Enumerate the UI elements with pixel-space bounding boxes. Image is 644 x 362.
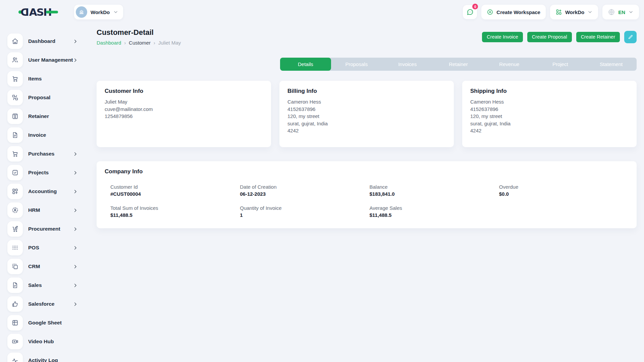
sidebar-item-salesforce[interactable]: Salesforce <box>0 295 87 313</box>
language-code: EN <box>618 9 625 15</box>
chevron-right-icon <box>73 208 78 213</box>
create-retainer-button[interactable]: Create Retainer <box>576 32 620 42</box>
plus-circle-icon <box>487 9 493 15</box>
field-total-sum-of-invoices: Total Sum of Invoices $11,488.5 <box>110 205 240 218</box>
grid-plus-icon <box>7 184 23 199</box>
company-info-card: Company Info Customer Id #CUST00004 Date… <box>97 161 637 228</box>
sidebar-item-label: POS <box>28 245 39 251</box>
sidebar-item-label: Salesforce <box>28 301 54 307</box>
billing-phone: 4152637896 <box>287 106 446 113</box>
breadcrumb-customer[interactable]: Customer <box>129 40 151 46</box>
person-dashed-circle-icon <box>7 202 23 218</box>
chevron-down-icon <box>587 9 593 15</box>
chevron-right-icon <box>73 302 78 307</box>
sidebar-item-label: Activity Log <box>28 357 58 362</box>
shipping-name: Cameron Hess <box>470 98 629 106</box>
billing-info-card: Billing Info Cameron Hess 4152637896 120… <box>279 81 454 147</box>
field-average-sales: Average Sales $11,488.5 <box>370 205 499 218</box>
create-invoice-button[interactable]: Create Invoice <box>482 32 523 42</box>
sidebar-item-dashboard[interactable]: Dashboard <box>0 32 87 51</box>
breadcrumb-separator: › <box>154 40 155 46</box>
sidebar-item-pos[interactable]: POS <box>0 238 87 257</box>
sidebar-item-user-management[interactable]: User Management <box>0 51 87 69</box>
field-label: Total Sum of Invoices <box>110 205 240 211</box>
field-value: 06-12-2023 <box>240 191 369 197</box>
create-proposal-button[interactable]: Create Proposal <box>527 32 572 42</box>
topbar-right-cluster: 0 Create Workspace WorkDo EN <box>463 5 639 19</box>
cart-pencil-icon <box>7 221 23 237</box>
shipping-city: surat, gujrat, India <box>470 120 629 127</box>
sidebar-item-procurement[interactable]: Procurement <box>0 220 87 238</box>
workdo-menu-button[interactable]: WorkDo <box>550 5 598 19</box>
sidebar-item-hrm[interactable]: HRM <box>0 201 87 220</box>
chevron-right-icon <box>73 39 78 44</box>
sidebar-item-google-sheet[interactable]: Google Sheet <box>0 313 87 332</box>
tab-invoices[interactable]: Invoices <box>382 58 433 71</box>
field-value: #CUST00004 <box>110 191 240 197</box>
cart-icon <box>7 71 23 86</box>
sidebar-item-invoice[interactable]: Invoice <box>0 126 87 144</box>
tab-statement[interactable]: Statement <box>586 58 637 71</box>
breadcrumb: Dashboard › Customer › Juliet May <box>97 40 181 46</box>
sidebar-item-projects[interactable]: Projects <box>0 163 87 182</box>
edit-customer-button[interactable] <box>624 31 637 43</box>
create-workspace-button[interactable]: Create Workspace <box>481 5 546 19</box>
title-block: Customer-Detail Dashboard › Customer › J… <box>97 28 181 46</box>
card-title: Shipping Info <box>470 88 629 95</box>
tab-revenue[interactable]: Revenue <box>484 58 535 71</box>
sidebar-item-video-hub[interactable]: Video Hub <box>0 332 87 351</box>
thumbs-up-icon <box>7 296 23 312</box>
sidebar-item-label: Sales <box>28 282 42 288</box>
home-icon <box>7 34 23 49</box>
logo-letter-d: D <box>21 6 29 18</box>
chevron-down-icon <box>628 9 634 15</box>
table-icon <box>7 315 23 330</box>
language-selector[interactable]: EN <box>602 5 639 19</box>
sidebar-item-retainer[interactable]: Retainer <box>0 107 87 126</box>
sidebar-item-label: Video Hub <box>28 339 54 345</box>
field-value: $183,841.0 <box>370 191 499 197</box>
globe-icon <box>608 8 615 16</box>
billing-city: surat, gujrat, India <box>287 120 446 127</box>
breadcrumb-separator: › <box>124 40 126 46</box>
sidebar-item-label: Accounting <box>28 188 57 194</box>
proposal-cycle-icon <box>7 90 23 105</box>
billing-street: 120, my street <box>287 113 446 120</box>
activity-icon <box>7 353 23 362</box>
sidebar-item-label: Projects <box>28 170 49 176</box>
field-overdue: Overdue $0.0 <box>499 184 629 197</box>
field-date-of-creation: Date of Creation 06-12-2023 <box>240 184 369 197</box>
tab-details[interactable]: Details <box>280 58 331 71</box>
grid-plus-icon <box>555 9 562 15</box>
tab-proposals[interactable]: Proposals <box>331 58 382 71</box>
card-title: Company Info <box>105 168 629 175</box>
users-icon <box>7 52 23 68</box>
messages-button[interactable]: 0 <box>463 5 477 19</box>
sidebar-item-purchases[interactable]: Purchases <box>0 144 87 163</box>
shipping-phone: 4152637896 <box>470 106 629 113</box>
chevron-right-icon <box>73 245 78 250</box>
field-value: $0.0 <box>499 191 629 197</box>
chevron-right-icon <box>73 227 78 232</box>
breadcrumb-dashboard[interactable]: Dashboard <box>97 40 121 46</box>
chevron-right-icon <box>73 170 78 175</box>
building-icon <box>78 9 85 15</box>
messages-count-badge: 0 <box>472 4 478 9</box>
copy-icon <box>7 259 23 274</box>
sidebar-item-items[interactable]: Items <box>0 69 87 88</box>
create-workspace-label: Create Workspace <box>496 9 540 15</box>
sidebar-item-sales[interactable]: Sales <box>0 276 87 295</box>
top-bar: DASH WorkDo 0 Create Workspace <box>0 0 644 24</box>
dash-logo: DASH <box>18 6 58 18</box>
sidebar-item-crm[interactable]: CRM <box>0 257 87 276</box>
field-label: Average Sales <box>370 205 499 211</box>
sidebar-item-proposal[interactable]: Proposal <box>0 88 87 107</box>
tab-retainer[interactable]: Retainer <box>433 58 484 71</box>
sidebar-item-activity-log[interactable]: Activity Log <box>0 351 87 362</box>
tab-project[interactable]: Project <box>535 58 586 71</box>
sidebar-item-accounting[interactable]: Accounting <box>0 182 87 201</box>
chevron-right-icon <box>73 58 78 63</box>
chevron-right-icon <box>73 152 78 157</box>
chevron-right-icon <box>73 264 78 269</box>
workspace-selector[interactable]: WorkDo <box>74 5 123 19</box>
